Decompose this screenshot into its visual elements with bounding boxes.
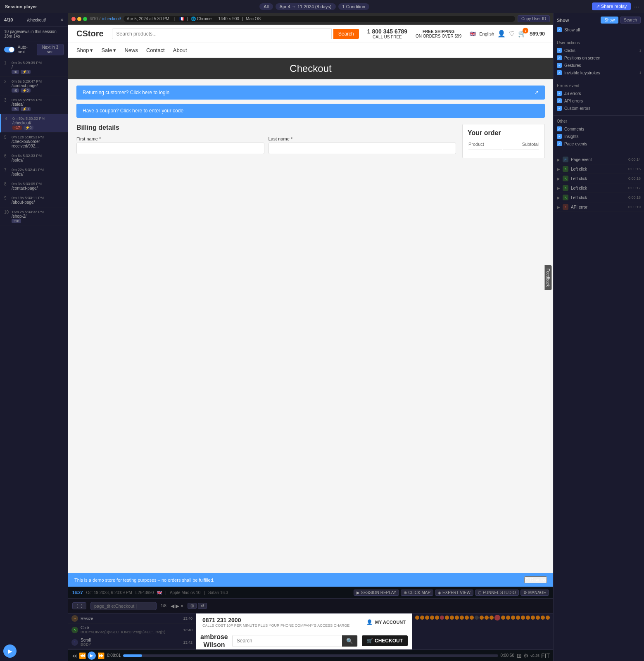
tr-event-1[interactable]: ▶ P Page event 0:00:14 bbox=[554, 155, 644, 164]
timeline-dot-5[interactable] bbox=[435, 616, 439, 620]
aw-search-button[interactable]: 🔍 bbox=[342, 635, 357, 647]
gestures-checkbox[interactable]: ✓ bbox=[557, 63, 562, 68]
account-icon[interactable]: 👤 bbox=[497, 30, 506, 38]
page-item-2[interactable]: 2 0m 6s 5:29:47 PM /contact-page/ ↑0⚡0 bbox=[0, 77, 68, 95]
timeline-dot-6[interactable] bbox=[440, 616, 444, 620]
nav-about[interactable]: About bbox=[173, 43, 187, 57]
timeline-dot-23[interactable] bbox=[526, 616, 530, 620]
timeline-dot-21[interactable] bbox=[516, 616, 520, 620]
cart-icon[interactable]: 🛒 1 bbox=[518, 30, 526, 38]
timeline-dot-26[interactable] bbox=[541, 616, 545, 620]
search-button[interactable]: Search bbox=[333, 29, 359, 39]
page-item-10[interactable]: 10 16m 2s 5:33:32 PM /shop-2/ ↑18 bbox=[0, 207, 68, 226]
close-sidebar-button[interactable]: × bbox=[60, 17, 64, 23]
timeline-dot-4[interactable] bbox=[430, 616, 434, 620]
show-all-item[interactable]: ✓ Show all bbox=[557, 26, 641, 33]
event-scroll-1[interactable]: ↕ Scroll BODY 13:42 bbox=[68, 636, 196, 649]
session-replay-nav-button[interactable]: ▶ SESSION REPLAY bbox=[354, 590, 399, 596]
dismiss-button[interactable]: ⊙ Dismiss bbox=[524, 576, 547, 583]
timeline-dot-2[interactable] bbox=[420, 616, 424, 620]
page-item-6[interactable]: 6 0m 6s 5:32:33 PM /sales/ bbox=[0, 151, 68, 165]
custom-errors-item[interactable]: ✓ Custom errors bbox=[557, 105, 641, 112]
timeline-dot-17[interactable] bbox=[494, 615, 500, 621]
nav-sale[interactable]: Sale ▾ bbox=[101, 43, 116, 57]
invisible-keystrokes-info[interactable]: ℹ bbox=[639, 71, 641, 75]
search-panel-button[interactable]: Search bbox=[620, 17, 641, 24]
api-errors-checkbox[interactable]: ✓ bbox=[557, 98, 562, 103]
invisible-keystrokes-checkbox[interactable]: ✓ bbox=[557, 70, 562, 75]
nav-news[interactable]: News bbox=[124, 43, 138, 57]
auto-next-toggle[interactable] bbox=[4, 47, 14, 52]
show-button[interactable]: Show bbox=[601, 17, 618, 24]
timeline-dot-13[interactable] bbox=[475, 616, 479, 620]
session-icon[interactable]: ▶ bbox=[3, 644, 17, 658]
manage-nav-button[interactable]: ⚙ MANAGE bbox=[520, 590, 549, 596]
page-events-checkbox[interactable]: ✓ bbox=[557, 141, 562, 146]
timeline-dot-12[interactable] bbox=[470, 616, 474, 620]
search-input[interactable] bbox=[112, 29, 332, 39]
funnel-studio-nav-button[interactable]: ⬡ FUNNEL STUDIO bbox=[475, 590, 519, 596]
tr-event-6[interactable]: ▶ ! API error 0:00:19 bbox=[554, 202, 644, 212]
timeline-dot-16[interactable] bbox=[490, 616, 494, 620]
clicks-checkbox[interactable]: ✓ bbox=[557, 48, 562, 53]
page-events-item[interactable]: ✓ Page events bbox=[557, 140, 641, 147]
tab-date[interactable]: Apr 4 → 11 2024 (8 days) bbox=[276, 3, 336, 10]
page-item-3[interactable]: 3 0m 6s 5:29:55 PM /sales/ ↑5⚡0 bbox=[0, 95, 68, 114]
first-name-input[interactable] bbox=[76, 143, 264, 154]
show-all-checkbox[interactable]: ✓ bbox=[557, 27, 562, 32]
resize-handle[interactable]: ⋮⋮ bbox=[72, 602, 86, 609]
timeline-dot-25[interactable] bbox=[536, 616, 540, 620]
analytics-search-input[interactable] bbox=[90, 602, 157, 610]
positions-item[interactable]: ✓ Positions on screen bbox=[557, 54, 641, 62]
gestures-item[interactable]: ✓ Gestures bbox=[557, 62, 641, 69]
playback-timeline[interactable] bbox=[123, 654, 498, 657]
aw-search-input[interactable] bbox=[233, 635, 342, 646]
page-item-8[interactable]: 8 0m 3s 5:33:05 PM /contact-page/ bbox=[0, 179, 68, 193]
aw-checkout-button[interactable]: 🛒 CHECKOUT bbox=[362, 635, 408, 646]
timeline-dot-3[interactable] bbox=[425, 616, 429, 620]
page-item-1[interactable]: 1 0m 0s 5:29:39 PM / ↑0 ⚡0 bbox=[0, 58, 68, 77]
tab-all[interactable]: All bbox=[259, 3, 273, 10]
page-item-9[interactable]: 9 0m 19s 5:33:11 PM /about-page/ bbox=[0, 193, 68, 207]
clicks-item[interactable]: ✓ Clicks ℹ bbox=[557, 47, 641, 54]
returning-banner[interactable]: Returning customer? Click here to login … bbox=[76, 86, 545, 100]
timeline-dot-22[interactable] bbox=[521, 616, 525, 620]
tr-event-5[interactable]: ▶ ↖ Left click 0:00:18 bbox=[554, 193, 644, 202]
settings-playback-button[interactable]: ⚙ bbox=[523, 652, 529, 659]
screen-icon-button[interactable]: ⊞ bbox=[517, 652, 522, 659]
comments-checkbox[interactable]: ✓ bbox=[557, 126, 562, 131]
tr-event-2[interactable]: ▶ ↖ Left click 0:00:15 bbox=[554, 164, 644, 174]
filter-button[interactable]: ⊞ bbox=[188, 603, 197, 609]
custom-errors-checkbox[interactable]: ✓ bbox=[557, 106, 562, 111]
next-search-button[interactable]: ▶ bbox=[176, 603, 179, 609]
timeline-dot-18[interactable] bbox=[501, 616, 505, 620]
coupon-banner[interactable]: Have a coupon? Click here to enter your … bbox=[76, 104, 545, 118]
play-button[interactable]: ▶ bbox=[88, 651, 96, 660]
js-errors-item[interactable]: ✓ JS errors bbox=[557, 90, 641, 97]
page-item-4[interactable]: 4 0m 50s 5:30:02 PM /checkout/ ↑17⚡0 bbox=[0, 114, 68, 133]
more-options-button[interactable]: ··· bbox=[634, 3, 639, 10]
share-replay-button[interactable]: ↗ Share replay bbox=[592, 2, 631, 10]
event-click-1[interactable]: ↖ Click BODY>DIV:eq(3)>SECTION:DIV:eq(5)… bbox=[68, 624, 196, 636]
zoom-fit-button[interactable]: FIT bbox=[541, 652, 550, 659]
api-errors-item[interactable]: ✓ API errors bbox=[557, 97, 641, 105]
wishlist-icon[interactable]: ♡ bbox=[509, 30, 515, 38]
nav-shop[interactable]: Shop ▾ bbox=[76, 43, 93, 57]
click-map-nav-button[interactable]: ⊕ CLICK MAP bbox=[401, 590, 433, 596]
insights-item[interactable]: ✓ Insights bbox=[557, 133, 641, 140]
event-resize-1[interactable]: ↔ Resize 13:40 bbox=[68, 613, 196, 624]
tab-condition[interactable]: 1 Condition bbox=[338, 3, 370, 10]
expert-view-nav-button[interactable]: ◈ EXPERT VIEW bbox=[435, 590, 473, 596]
skip-back-button[interactable]: ⏮ bbox=[71, 652, 77, 659]
js-errors-checkbox[interactable]: ✓ bbox=[557, 91, 562, 96]
page-item-7[interactable]: 7 0m 22s 5:32:41 PM /sales/ bbox=[0, 165, 68, 179]
refresh-button[interactable]: ↺ bbox=[198, 603, 207, 609]
timeline-dot-15[interactable] bbox=[485, 616, 489, 620]
timeline-dot-1[interactable] bbox=[415, 616, 419, 620]
timeline-dot-8[interactable] bbox=[450, 616, 454, 620]
prev-search-button[interactable]: ◀ bbox=[171, 603, 174, 609]
timeline-dot-9[interactable] bbox=[455, 616, 459, 620]
tr-event-3[interactable]: ▶ ↖ Left click 0:00:16 bbox=[554, 174, 644, 183]
timeline-dot-7[interactable] bbox=[445, 616, 449, 620]
invisible-keystrokes-item[interactable]: ✓ Invisible keystrokes ℹ bbox=[557, 69, 641, 76]
